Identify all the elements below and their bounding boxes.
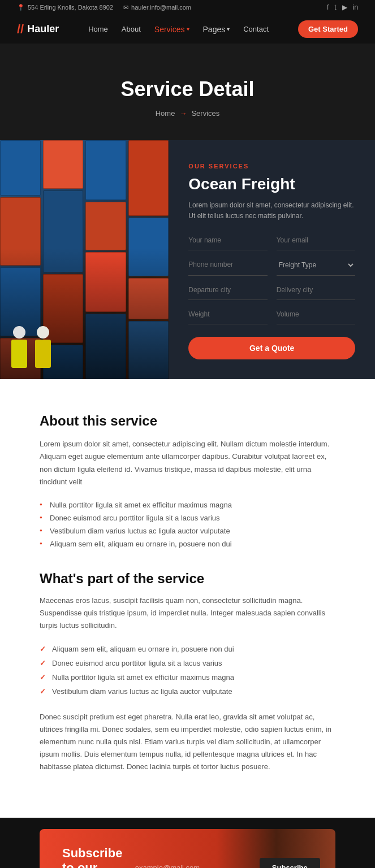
- freight-select[interactable]: Freight Type Air Freight Sea Freight Lan…: [277, 258, 355, 272]
- get-started-button[interactable]: Get Started: [298, 20, 358, 38]
- what-title: What's part of the service: [40, 571, 335, 587]
- list-item: Aliquam sem elit, aliquam eu ornare in, …: [40, 537, 335, 550]
- breadcrumb: Home → Services: [11, 109, 364, 118]
- location-icon: 📍: [17, 4, 25, 11]
- email-icon: ✉: [123, 4, 128, 11]
- freight-field: Freight Type Air Freight Sea Freight Lan…: [277, 258, 355, 276]
- what-description: Maecenas eros lacus, suscipit facilisis …: [40, 594, 335, 632]
- main-nav: Home About Services ▾ Pages ▾ Contact: [88, 25, 269, 34]
- social-twitter[interactable]: t: [334, 3, 336, 11]
- breadcrumb-home[interactable]: Home: [156, 109, 175, 118]
- get-quote-button[interactable]: Get a Quote: [188, 337, 355, 359]
- social-facebook[interactable]: f: [327, 3, 329, 11]
- topbar: 📍 554 Erling Knolls, Dakota 8902 ✉ haule…: [0, 0, 375, 15]
- page-header: Service Detail Home → Services: [0, 44, 375, 140]
- phone-input[interactable]: [188, 258, 267, 271]
- service-description: Lorem ipsum dolor sit amet, consectetur …: [188, 200, 355, 222]
- service-section: OUR SERVICES Ocean Freight Lorem ipsum d…: [0, 140, 375, 379]
- topbar-social: f t ▶ in: [327, 3, 358, 11]
- weight-field: [188, 308, 267, 324]
- chevron-down-icon: ▾: [187, 26, 189, 32]
- topbar-email: ✉ hauler.info@mail.com: [123, 4, 191, 11]
- newsletter-section: Subscribe to our newsletter Subscribe: [0, 818, 375, 869]
- nav-home[interactable]: Home: [88, 25, 108, 33]
- list-item: Nulla porttitor ligula sit amet ex effic…: [40, 498, 335, 511]
- delivery-field: [277, 284, 355, 300]
- social-youtube[interactable]: ▶: [342, 3, 347, 11]
- site-logo[interactable]: // Hauler: [17, 22, 59, 37]
- list-item: Vestibulum diam varius luctus ac ligula …: [40, 524, 335, 537]
- breadcrumb-arrow: →: [179, 109, 187, 118]
- topbar-address: 📍 554 Erling Knolls, Dakota 8902: [17, 4, 113, 11]
- email-input[interactable]: [277, 234, 355, 246]
- topbar-left: 📍 554 Erling Knolls, Dakota 8902 ✉ haule…: [17, 4, 191, 11]
- what-paragraph: Donec suscipit pretium est eget pharetra…: [40, 711, 335, 773]
- list-item: Donec euismod arcu porttitor ligula sit …: [40, 511, 335, 524]
- volume-field: [277, 308, 355, 324]
- volume-input[interactable]: [277, 308, 355, 320]
- nav-about[interactable]: About: [122, 25, 141, 33]
- quote-form: Freight Type Air Freight Sea Freight Lan…: [188, 234, 355, 359]
- departure-field: [188, 284, 267, 300]
- list-item: Aliquam sem elit, aliquam eu ornare in, …: [40, 642, 335, 656]
- newsletter-title: Subscribe to our newsletter: [62, 846, 124, 869]
- check-list: Aliquam sem elit, aliquam eu ornare in, …: [40, 642, 335, 698]
- departure-input[interactable]: [188, 284, 267, 296]
- delivery-input[interactable]: [277, 284, 355, 296]
- list-item: Donec euismod arcu porttitor ligula sit …: [40, 656, 335, 670]
- nav-pages[interactable]: Pages ▾: [203, 25, 230, 34]
- nav-contact[interactable]: Contact: [243, 25, 269, 33]
- what-section: What's part of the service Maecenas eros…: [40, 571, 335, 774]
- logo-icon: //: [17, 22, 24, 37]
- navbar: // Hauler Home About Services ▾ Pages ▾ …: [0, 15, 375, 44]
- chevron-down-icon: ▾: [227, 26, 230, 32]
- list-item: Vestibulum diam varius luctus ac ligula …: [40, 684, 335, 698]
- page-title: Service Detail: [11, 77, 364, 101]
- about-description: Lorem ipsum dolor sit amet, consectetur …: [40, 438, 335, 488]
- email-field: [277, 234, 355, 250]
- phone-field: [188, 258, 267, 276]
- name-field: [188, 234, 267, 250]
- about-section: About this service Lorem ipsum dolor sit…: [0, 379, 375, 817]
- breadcrumb-current: Services: [191, 109, 219, 118]
- service-image: [0, 140, 169, 379]
- service-title: Ocean Freight: [188, 175, 355, 193]
- newsletter-subscribe-button[interactable]: Subscribe: [260, 858, 320, 868]
- social-linkedin[interactable]: in: [353, 3, 358, 11]
- about-title: About this service: [40, 413, 335, 429]
- newsletter-inner: Subscribe to our newsletter Subscribe: [40, 829, 335, 869]
- newsletter-email-input[interactable]: [135, 860, 248, 869]
- nav-services[interactable]: Services ▾: [154, 25, 189, 34]
- about-bullet-list: Nulla porttitor ligula sit amet ex effic…: [40, 498, 335, 550]
- weight-input[interactable]: [188, 308, 267, 320]
- services-label: OUR SERVICES: [188, 163, 355, 170]
- name-input[interactable]: [188, 234, 267, 246]
- list-item: Nulla porttitor ligula sit amet ex effic…: [40, 670, 335, 684]
- service-form-panel: OUR SERVICES Ocean Freight Lorem ipsum d…: [169, 140, 375, 379]
